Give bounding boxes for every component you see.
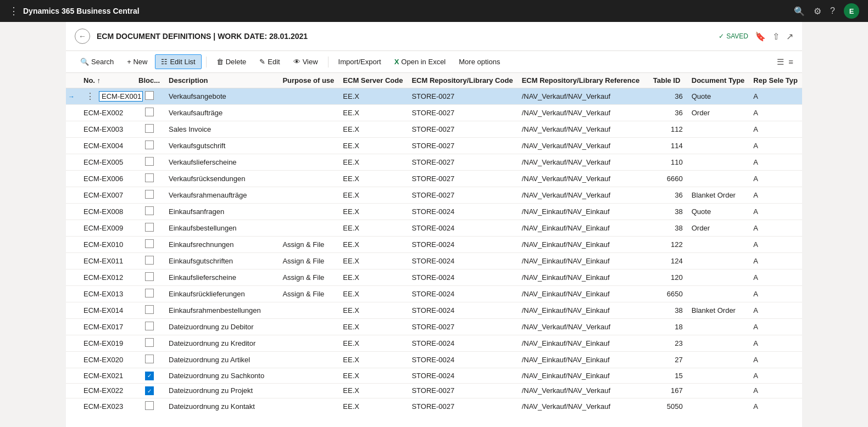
cell-description[interactable]: Dateizuordnung zu Kreditor	[164, 335, 278, 352]
cell-blocked[interactable]	[134, 286, 164, 302]
cell-blocked[interactable]	[134, 335, 164, 352]
cell-no[interactable]: ECM-EX021	[79, 368, 134, 384]
cell-description[interactable]: Einkaufsbestellungen	[164, 220, 278, 237]
edit-list-button[interactable]: ☷ Edit List	[155, 54, 201, 69]
blocked-checkbox[interactable]	[145, 322, 154, 330]
th-ecm-repo[interactable]: ECM Repository/Library Code	[407, 73, 517, 88]
help-icon[interactable]: ?	[830, 6, 835, 16]
search-icon[interactable]: 🔍	[794, 6, 805, 16]
cell-blocked[interactable]	[134, 269, 164, 286]
cell-no[interactable]: ECM-EX012	[79, 269, 134, 286]
th-description[interactable]: Description	[164, 73, 278, 88]
cell-description[interactable]: Verkaufsaufträge	[164, 105, 278, 121]
cell-no[interactable]: ECM-EX009	[79, 220, 134, 237]
blocked-checkbox[interactable]	[145, 239, 154, 248]
view-button[interactable]: 👁 View	[288, 55, 324, 69]
open-in-excel-button[interactable]: X Open in Excel	[389, 55, 452, 69]
cell-no[interactable]: ECM-EX006	[79, 171, 134, 187]
cell-description[interactable]: Verkaufsrahmenaufträge	[164, 187, 278, 204]
cell-blocked[interactable]	[134, 383, 164, 398]
blocked-checkbox[interactable]	[145, 338, 154, 347]
no-edit-input[interactable]: ECM-EX001	[99, 91, 143, 102]
cell-description[interactable]: Verkaufsangebote	[164, 88, 278, 105]
cell-no[interactable]: ECM-EX017	[79, 319, 134, 335]
cell-description[interactable]: Einkaufsanfragen	[164, 204, 278, 220]
cell-blocked[interactable]	[134, 138, 164, 154]
search-button[interactable]: 🔍 Search	[75, 55, 119, 69]
blocked-checkbox[interactable]	[145, 108, 154, 116]
blocked-checkbox[interactable]	[145, 372, 154, 380]
th-no[interactable]: No. ↑	[79, 73, 134, 88]
th-doc-type[interactable]: Document Type	[687, 73, 749, 88]
cell-description[interactable]: Verkaufsrücksendungen	[164, 171, 278, 187]
blocked-checkbox[interactable]	[145, 289, 154, 297]
table-row[interactable]: ECM-EX017Dateizuordnung zu DebitorEE.XST…	[66, 319, 802, 335]
table-row[interactable]: ECM-EX005VerkaufslieferscheineEE.XSTORE-…	[66, 154, 802, 171]
table-row[interactable]: ECM-EX006VerkaufsrücksendungenEE.XSTORE-…	[66, 171, 802, 187]
cell-no[interactable]: ECM-EX011	[79, 253, 134, 269]
cell-description[interactable]: Dateizuordnung zu Debitor	[164, 319, 278, 335]
delete-button[interactable]: 🗑 Delete	[211, 55, 252, 69]
blocked-checkbox[interactable]	[145, 206, 154, 215]
table-row[interactable]: ECM-EX020Dateizuordnung zu ArtikelEE.XST…	[66, 352, 802, 368]
settings-icon[interactable]: ⚙	[814, 6, 821, 16]
cell-blocked[interactable]	[134, 204, 164, 220]
cell-description[interactable]: Sales Invoice	[164, 121, 278, 138]
blocked-checkbox[interactable]	[145, 272, 154, 281]
blocked-checkbox[interactable]	[145, 124, 154, 133]
cell-no[interactable]: ECM-EX007	[79, 187, 134, 204]
more-options-button[interactable]: More options	[453, 55, 505, 69]
cell-blocked[interactable]	[134, 187, 164, 204]
th-purpose[interactable]: Purpose of use	[278, 73, 338, 88]
cell-description[interactable]: Einkaufsrechnungen	[164, 237, 278, 253]
cell-blocked[interactable]	[134, 105, 164, 121]
cell-blocked[interactable]	[134, 352, 164, 368]
table-row[interactable]: ECM-EX021Dateizuordnung zu SachkontoEE.X…	[66, 368, 802, 384]
cell-no[interactable]: ECM-EX014	[79, 302, 134, 319]
cell-no[interactable]: ECM-EX004	[79, 138, 134, 154]
cell-blocked[interactable]	[134, 398, 164, 413]
blocked-checkbox[interactable]	[145, 256, 154, 265]
th-table-id[interactable]: Table ID	[649, 73, 687, 88]
cell-blocked[interactable]	[134, 220, 164, 237]
table-row[interactable]: ECM-EX008EinkaufsanfragenEE.XSTORE-0024/…	[66, 204, 802, 220]
edit-button[interactable]: ✎ Edit	[254, 55, 285, 69]
cell-blocked[interactable]	[134, 368, 164, 384]
blocked-checkbox[interactable]	[145, 173, 154, 182]
table-row[interactable]: ECM-EX023Dateizuordnung zu KontaktEE.XST…	[66, 398, 802, 413]
cell-description[interactable]: Dateizuordnung zu Artikel	[164, 352, 278, 368]
cell-no[interactable]: ECM-EX005	[79, 154, 134, 171]
avatar[interactable]: E	[844, 3, 859, 19]
cell-no[interactable]: ECM-EX019	[79, 335, 134, 352]
blocked-checkbox[interactable]	[145, 355, 154, 363]
table-row[interactable]: ECM-EX022Dateizuordnung zu ProjektEE.XST…	[66, 383, 802, 398]
bookmark-icon[interactable]: 🔖	[755, 31, 766, 42]
blocked-checkbox[interactable]	[145, 190, 154, 199]
cell-description[interactable]: Einkaufsgutschriften	[164, 253, 278, 269]
share-icon[interactable]: ⇧	[772, 31, 780, 42]
table-row[interactable]: ECM-EX002VerkaufsaufträgeEE.XSTORE-0027/…	[66, 105, 802, 121]
th-blocked[interactable]: Bloc...	[134, 73, 164, 88]
blocked-checkbox[interactable]	[145, 91, 154, 100]
cell-no[interactable]: ECM-EX022	[79, 383, 134, 398]
table-row[interactable]: ECM-EX007VerkaufsrahmenaufträgeEE.XSTORE…	[66, 187, 802, 204]
expand-icon[interactable]: ↗	[786, 31, 793, 42]
blocked-checkbox[interactable]	[145, 386, 154, 395]
table-row[interactable]: ECM-EX019Dateizuordnung zu KreditorEE.XS…	[66, 335, 802, 352]
table-row[interactable]: →⋮ECM-EX001VerkaufsangeboteEE.XSTORE-002…	[66, 88, 802, 105]
cell-description[interactable]: Einkaufsrahmenbestellungen	[164, 302, 278, 319]
th-ecm-server[interactable]: ECM Server Code	[338, 73, 407, 88]
th-ecm-ref[interactable]: ECM Repository/Library Reference	[518, 73, 649, 88]
cell-description[interactable]: Dateizuordnung zu Sachkonto	[164, 368, 278, 384]
cell-no[interactable]: ECM-EX002	[79, 105, 134, 121]
table-row[interactable]: ECM-EX009EinkaufsbestellungenEE.XSTORE-0…	[66, 220, 802, 237]
cell-no[interactable]: ECM-EX020	[79, 352, 134, 368]
app-grid-icon[interactable]: ⋮	[9, 5, 19, 17]
three-dots-icon[interactable]: ⋮	[84, 91, 97, 102]
cell-description[interactable]: Dateizuordnung zu Projekt	[164, 383, 278, 398]
table-row[interactable]: ECM-EX014EinkaufsrahmenbestellungenEE.XS…	[66, 302, 802, 319]
cell-blocked[interactable]	[134, 319, 164, 335]
cell-no[interactable]: ECM-EX013	[79, 286, 134, 302]
cell-blocked[interactable]	[134, 237, 164, 253]
table-row[interactable]: ECM-EX010EinkaufsrechnungenAssign & File…	[66, 237, 802, 253]
